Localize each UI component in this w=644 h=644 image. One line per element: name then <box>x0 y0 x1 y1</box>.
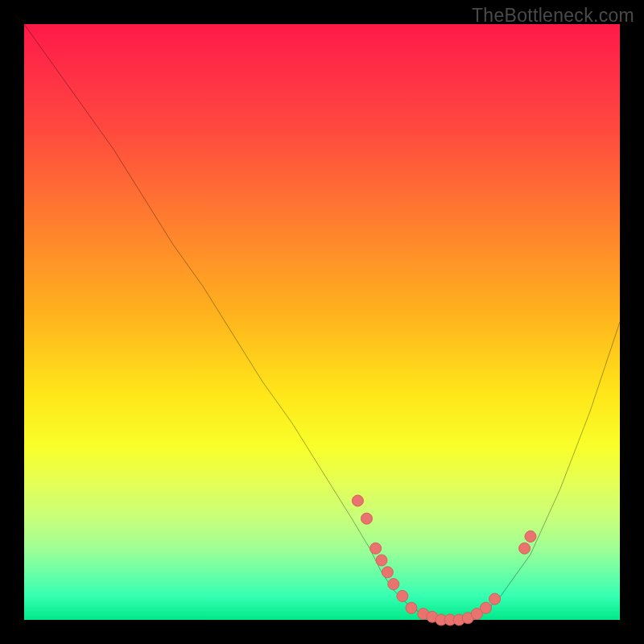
plot-area <box>24 24 620 620</box>
data-marker <box>406 602 417 613</box>
data-marker <box>525 530 536 542</box>
data-marker <box>376 555 387 566</box>
data-marker <box>382 567 393 578</box>
data-markers <box>352 495 536 625</box>
chart-svg <box>24 24 620 620</box>
data-marker <box>352 495 363 506</box>
data-marker <box>489 593 501 605</box>
data-marker <box>480 602 491 613</box>
data-marker <box>370 543 382 554</box>
chart-frame: TheBottleneck.com <box>0 0 644 644</box>
data-marker <box>361 513 372 524</box>
data-marker <box>388 579 399 590</box>
watermark-text: TheBottleneck.com <box>472 5 634 27</box>
data-marker <box>519 543 530 554</box>
data-marker <box>397 590 408 601</box>
